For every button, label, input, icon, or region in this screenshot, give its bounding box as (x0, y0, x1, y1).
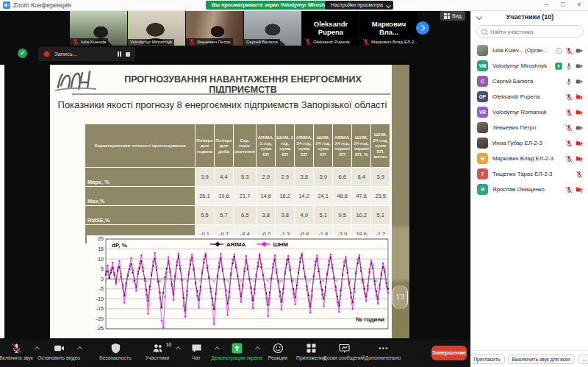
table-cell: 16,2 (276, 187, 295, 206)
table-cell: 3,9 (371, 168, 390, 187)
participant-name: Volodymyr Miroshnyk (492, 63, 551, 69)
stop-recording-button[interactable] (126, 52, 130, 57)
panel-footer: ПригласитьВыключить звук для всех... (471, 350, 588, 367)
slide-title: ПРОГНОЗУВАННЯ НАВАНТАЖЕННЯ ЕНЕРГОЄМНИХ П… (97, 74, 389, 95)
dots-icon (378, 343, 389, 354)
mic-off-icon (565, 109, 573, 116)
table-header-cell: Попере дня доба (215, 124, 234, 168)
screen-share-badge-icon (555, 63, 562, 70)
video-tile[interactable]: Сергей Балюта (244, 10, 301, 46)
participant-row[interactable]: TТищенко Тарас ЕЛ-2-3 (471, 166, 588, 182)
table-cell: 5,7 (215, 206, 234, 225)
svg-text:20: 20 (98, 236, 104, 241)
table-header-cell: ARIMA, 24 год, сума ЕП (295, 124, 314, 168)
table-row: RMSE,%5,55,76,53,83,84,95,19,510,25,1 (85, 206, 390, 225)
participant-row[interactable]: Инна Губар ЕЛ-2-3 (471, 135, 588, 151)
maximize-button[interactable]: □ (558, 1, 568, 8)
camera-off-icon (576, 140, 583, 147)
mic-off-icon (565, 124, 573, 132)
video-tile[interactable]: Oleksandr PupenaOleksandr Pupena (302, 10, 359, 46)
svg-text:113: 113 (293, 280, 298, 283)
search-input[interactable] (489, 26, 580, 38)
table-cell: 14,2 (295, 187, 314, 206)
meeting-toolbar: Завершение Включить звукОстановить видео… (0, 340, 470, 367)
avatar (477, 45, 488, 56)
svg-text:9: 9 (118, 280, 120, 283)
window-titlebar: Zoom Конференция Вы просматриваете экран… (0, 0, 588, 11)
svg-text:15: 15 (98, 246, 104, 252)
avatar (477, 138, 488, 149)
participant-search-box[interactable] (476, 25, 584, 38)
minimize-button[interactable]: – (542, 1, 552, 8)
record-dot-icon (43, 51, 50, 57)
security-check-icon: ✓ (18, 49, 27, 58)
title-divider (72, 93, 390, 95)
tile-nameplate: Маркович Влад ЕЛ-2... (360, 38, 417, 46)
svg-text:81: 81 (240, 280, 243, 283)
table-cell: 4,4 (215, 168, 234, 187)
mic-off-icon (362, 38, 370, 46)
video-tile[interactable]: Volodymyr Miroshnyk (128, 10, 185, 46)
view-settings-dropdown[interactable]: Настройки просмотра (325, 1, 393, 10)
svg-text:-5: -5 (99, 286, 104, 291)
table-header-cell: Сер. тижн. значення (234, 124, 257, 168)
participant-row[interactable]: VMVolodymyr Miroshnyk (471, 58, 588, 74)
avatar: OP (477, 91, 488, 102)
toolbar-dots[interactable]: Дополнительно (350, 342, 416, 361)
view-layout-button[interactable]: Вид (440, 11, 465, 21)
participant-row[interactable]: VRVolodymyr Romaniuk (471, 104, 588, 120)
svg-text:dP, %: dP, % (112, 242, 127, 249)
panel-footer-button[interactable]: ... (578, 354, 588, 364)
table-header-cell: Попере дня година (196, 124, 215, 168)
table-header-cell: ШНМ, 24 год, окремі ЕП, % (352, 124, 371, 168)
mic-off-icon (565, 93, 573, 101)
camera-icon (576, 124, 583, 132)
table-header-cell: ШНМ, 24 год, сума ЕП, метео (371, 124, 390, 168)
svg-text:5: 5 (101, 266, 104, 271)
panel-footer-button[interactable]: Выключить звук для всех (508, 354, 576, 364)
camera-icon (576, 47, 583, 54)
table-cell: 5,1 (314, 206, 333, 225)
mic-off-icon (565, 47, 573, 54)
close-button[interactable]: × (574, 1, 584, 8)
tile-nameplate: Oleksandr Pupena (302, 38, 352, 46)
video-tile[interactable]: Зінькевич Петро (186, 10, 243, 46)
participant-name: Volodymyr Romaniuk (492, 109, 561, 115)
board-icon (339, 343, 350, 354)
participant-row[interactable]: Зінькевич Петро (471, 120, 588, 135)
video-tile[interactable]: Маркович Вла...Маркович Влад ЕЛ-2... (360, 10, 417, 46)
avatar: M (477, 153, 488, 164)
table-cell: 4,9 (295, 206, 314, 225)
slide-page-number: 13 (392, 285, 408, 309)
table-cell: 24,1 (314, 187, 333, 206)
svg-text:73: 73 (226, 280, 229, 283)
forecast-quality-table: Характеристики точності прогнозуванняПоп… (85, 124, 390, 244)
participant-row[interactable]: ЯЯрослав Онищенко (471, 182, 588, 197)
participants-panel-title: Участники (10) (471, 13, 588, 21)
camera-off-icon (576, 93, 583, 101)
camera-off-icon (576, 186, 583, 193)
participant-row[interactable]: OPOleksandr Pupena (471, 89, 588, 104)
pause-recording-button[interactable] (118, 51, 122, 57)
mic-off-icon (565, 186, 573, 193)
mic-icon (565, 63, 573, 70)
video-tile[interactable]: Iulia Kuievda (70, 10, 127, 46)
avatar: VR (477, 107, 488, 118)
info-icon (555, 47, 562, 54)
svg-text:-15: -15 (96, 306, 104, 311)
camera-off-icon (576, 155, 583, 163)
table-cell: 26,1 (196, 187, 215, 206)
svg-text:0: 0 (101, 277, 104, 282)
panel-footer-button[interactable]: Пригласить (469, 354, 504, 364)
table-cell: 10,2 (352, 206, 371, 225)
table-cell: 3,8 (257, 206, 276, 225)
next-participants-arrow-icon[interactable] (416, 21, 429, 35)
participant-row[interactable]: CСергей Балюта (471, 74, 588, 89)
table-header-cell: ШНМ, 1 год, сума ЕП (276, 124, 295, 168)
participant-row[interactable]: MМаркович Влад ЕЛ-2-3 (471, 151, 588, 166)
slide-side-strip: 13 (392, 65, 409, 338)
participant-row[interactable]: Iulia Kuiev... (Организатор, я) (471, 43, 588, 58)
camera-icon (576, 63, 583, 70)
end-meeting-button[interactable]: Завершение (431, 346, 467, 360)
chevron-up-icon[interactable] (77, 346, 82, 352)
